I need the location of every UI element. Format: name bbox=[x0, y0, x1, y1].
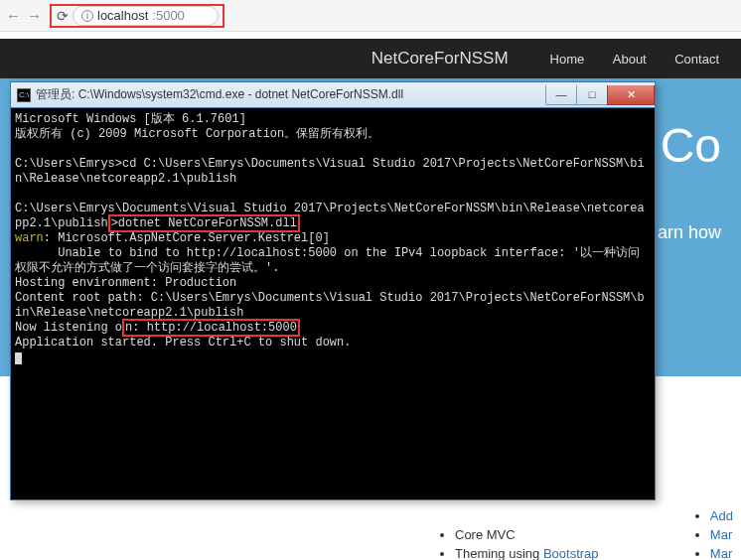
site-header: NetCoreForNSSM Home About Contact bbox=[0, 39, 741, 78]
cmd-title: 管理员: C:\Windows\system32\cmd.exe - dotne… bbox=[36, 86, 546, 103]
line: : Microsoft.AspNetCore.Server.Kestrel[0] bbox=[44, 231, 330, 245]
reload-button[interactable]: ⟳ bbox=[57, 8, 69, 24]
link-mar2[interactable]: Mar bbox=[710, 546, 732, 560]
link-mar1[interactable]: Mar bbox=[710, 527, 732, 542]
line: C:\Users\Emrys>cd C:\Users\Emrys\Documen… bbox=[15, 157, 645, 186]
forward-button[interactable]: → bbox=[27, 7, 42, 24]
close-button[interactable]: ✕ bbox=[607, 85, 655, 105]
browser-toolbar: ← → ⟳ i localhost:5000 bbox=[0, 0, 741, 32]
back-button[interactable]: ← bbox=[6, 7, 21, 24]
maximize-button[interactable]: □ bbox=[576, 85, 608, 105]
cursor bbox=[15, 352, 22, 364]
cmd-window[interactable]: C:\ 管理员: C:\Windows\system32\cmd.exe - d… bbox=[10, 81, 656, 500]
nav-about[interactable]: About bbox=[613, 52, 647, 67]
nav-arrows: ← → bbox=[6, 7, 42, 24]
site-brand[interactable]: NetCoreForNSSM bbox=[371, 49, 509, 69]
nav-contact[interactable]: Contact bbox=[674, 52, 719, 67]
line: Application started. Press Ctrl+C to shu… bbox=[15, 336, 351, 350]
site-info-icon[interactable]: i bbox=[81, 10, 93, 22]
highlight-dotnet-cmd: >dotnet NetCoreForNSSM.dll bbox=[108, 214, 300, 232]
line: 版权所有 (c) 2009 Microsoft Corporation。保留所有… bbox=[15, 127, 379, 141]
list-item: Core MVC bbox=[455, 527, 599, 542]
window-buttons: — □ ✕ bbox=[546, 85, 655, 105]
highlight-listen-url: n: http://localhost:5000 bbox=[122, 319, 300, 337]
text-theming: Theming using bbox=[455, 546, 543, 560]
link-bootstrap[interactable]: Bootstrap bbox=[543, 546, 599, 560]
address-bar[interactable]: i localhost:5000 bbox=[73, 6, 219, 26]
cmd-icon: C:\ bbox=[17, 88, 31, 102]
line: Now listening o bbox=[15, 321, 122, 335]
text-core-mvc: Core MVC bbox=[455, 527, 516, 542]
line: Content root path: C:\Users\Emrys\Docume… bbox=[15, 291, 645, 320]
line: Unable to bind to http://localhost:5000 … bbox=[15, 246, 640, 275]
site-nav: Home About Contact bbox=[538, 50, 731, 68]
nav-home[interactable]: Home bbox=[550, 52, 585, 67]
warn-label: warn bbox=[15, 231, 44, 245]
list-item: Theming using Bootstrap bbox=[455, 546, 599, 560]
address-highlight-box: ⟳ i localhost:5000 bbox=[50, 4, 224, 28]
hero-title-fragment: Co bbox=[661, 119, 721, 172]
line: Microsoft Windows [版本 6.1.7601] bbox=[15, 112, 246, 126]
url-port: :5000 bbox=[152, 8, 185, 23]
list-item: Mar bbox=[710, 546, 733, 560]
cmd-titlebar[interactable]: C:\ 管理员: C:\Windows\system32\cmd.exe - d… bbox=[11, 82, 655, 108]
hero-sub-fragment: arn how bbox=[658, 222, 721, 242]
cmd-output[interactable]: Microsoft Windows [版本 6.1.7601] 版权所有 (c)… bbox=[11, 108, 655, 499]
list-item: Add bbox=[710, 508, 733, 523]
line: Hosting environment: Production bbox=[15, 276, 236, 290]
link-add[interactable]: Add bbox=[710, 508, 733, 523]
url-host: localhost bbox=[97, 8, 148, 23]
list-item: Mar bbox=[710, 527, 733, 542]
minimize-button[interactable]: — bbox=[545, 85, 577, 105]
